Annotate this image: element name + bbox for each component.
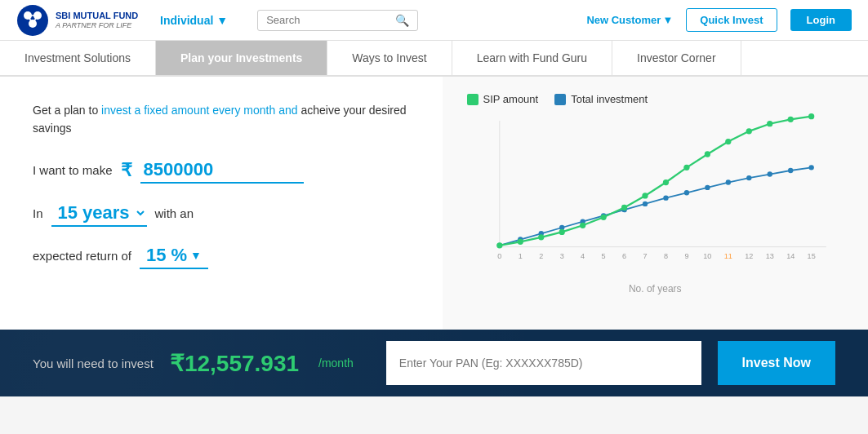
years-row: In 5 years 10 years 15 years 20 years 25…	[33, 200, 410, 227]
svg-point-26	[517, 239, 523, 245]
invest-amount: ₹12,557.931	[170, 350, 299, 377]
header: SBI MUTUAL FUND A PARTNER FOR LIFE Indiv…	[0, 0, 868, 41]
svg-text:5: 5	[601, 252, 605, 260]
svg-point-24	[808, 165, 813, 170]
svg-point-35	[704, 151, 710, 157]
amount-input[interactable]	[140, 157, 304, 184]
new-customer-label: New Customer	[586, 14, 661, 26]
chart-container: 0 1 2 3 4 5 6 7 8 9 10 11 12 13 14 15 No…	[467, 113, 844, 313]
svg-text:9: 9	[684, 252, 688, 260]
return-row: expected return of 15 % ▼	[33, 243, 410, 269]
svg-text:3: 3	[559, 252, 563, 260]
svg-text:6: 6	[622, 252, 626, 260]
svg-point-18	[683, 190, 688, 195]
legend-dot-total	[554, 94, 566, 105]
nav-item-learn-fund-guru[interactable]: Learn with Fund Guru	[452, 41, 612, 75]
logo-subtitle: A PARTNER FOR LIFE	[56, 21, 138, 29]
svg-point-31	[621, 205, 626, 210]
svg-text:1: 1	[518, 252, 522, 260]
return-label: expected return of	[33, 249, 131, 263]
years-select[interactable]: 5 years 10 years 15 years 20 years 25 ye…	[51, 200, 147, 227]
legend-sip-label: SIP amount	[483, 93, 539, 105]
logo-area: SBI MUTUAL FUND A PARTNER FOR LIFE	[16, 4, 147, 37]
pan-input[interactable]	[386, 341, 701, 385]
legend-dot-sip	[467, 94, 479, 105]
legend-sip: SIP amount	[467, 93, 539, 105]
nav-item-ways-to-invest[interactable]: Ways to Invest	[327, 41, 452, 75]
svg-point-20	[725, 179, 730, 184]
return-value-dropdown[interactable]: 15 % ▼	[140, 243, 208, 269]
search-icon: 🔍	[395, 14, 409, 27]
return-chevron: ▼	[190, 249, 202, 262]
new-customer-arrow: ▼	[662, 14, 673, 26]
nav-bar: Investment Solutions Plan your Investmen…	[0, 41, 868, 77]
logo-title: SBI MUTUAL FUND	[56, 11, 138, 21]
svg-point-16	[642, 202, 647, 206]
chart-legend: SIP amount Total investment	[467, 93, 844, 105]
svg-point-37	[746, 128, 751, 134]
svg-point-34	[683, 165, 689, 170]
svg-text:2: 2	[539, 252, 543, 260]
description-text: Get a plan to invest a fixed amount ever…	[33, 101, 410, 138]
description-highlight: invest a fixed amount every month and	[101, 104, 297, 117]
new-customer-link[interactable]: New Customer ▼	[586, 14, 673, 26]
search-bar: 🔍	[257, 10, 418, 31]
chart-svg: 0 1 2 3 4 5 6 7 8 9 10 11 12 13 14 15	[467, 113, 844, 277]
rupee-symbol: ₹	[121, 160, 132, 181]
svg-text:14: 14	[786, 252, 795, 260]
return-percent: 15 %	[146, 245, 187, 266]
svg-text:15: 15	[807, 252, 815, 260]
logo-text-block: SBI MUTUAL FUND A PARTNER FOR LIFE	[56, 11, 138, 29]
svg-text:12: 12	[745, 252, 753, 260]
svg-point-30	[600, 215, 606, 220]
individual-dropdown[interactable]: Individual ▼	[160, 14, 228, 27]
nav-item-investment-solutions[interactable]: Investment Solutions	[0, 41, 156, 75]
svg-point-39	[787, 117, 793, 122]
svg-text:10: 10	[703, 252, 711, 260]
svg-text:11: 11	[723, 252, 732, 260]
svg-point-23	[788, 168, 793, 173]
invest-label: You will need to invest	[33, 356, 154, 370]
quick-invest-button[interactable]: Quick Invest	[686, 8, 777, 32]
want-label: I want to make	[33, 163, 113, 177]
svg-point-17	[663, 195, 668, 200]
right-panel: SIP amount Total investment	[443, 77, 869, 330]
svg-text:8: 8	[663, 252, 667, 260]
svg-point-22	[767, 171, 772, 176]
svg-point-21	[746, 175, 751, 180]
individual-chevron: ▼	[216, 14, 228, 27]
svg-text:0: 0	[497, 252, 501, 260]
with-an-label: with an	[155, 206, 194, 220]
svg-point-19	[705, 185, 710, 190]
chart-axis-label: No. of years	[467, 283, 844, 294]
svg-point-27	[538, 234, 544, 240]
svg-text:7: 7	[643, 252, 647, 260]
svg-point-32	[642, 193, 648, 198]
bottom-panel: You will need to invest ₹12,557.931 /mon…	[0, 330, 868, 396]
main-content: Get a plan to invest a fixed amount ever…	[0, 77, 868, 330]
per-month-label: /month	[318, 356, 354, 370]
amount-row: I want to make ₹	[33, 157, 410, 184]
legend-total: Total investment	[554, 93, 648, 105]
svg-point-36	[725, 139, 731, 144]
svg-point-28	[559, 229, 564, 235]
search-input[interactable]	[266, 14, 395, 26]
nav-item-plan-investments[interactable]: Plan your Investments	[156, 41, 327, 75]
logo-icon	[16, 4, 49, 37]
login-button[interactable]: Login	[790, 9, 852, 31]
individual-label: Individual	[160, 14, 213, 27]
svg-point-38	[767, 121, 772, 126]
invest-now-button[interactable]: Invest Now	[718, 341, 835, 385]
left-panel: Get a plan to invest a fixed amount ever…	[0, 77, 443, 330]
legend-total-label: Total investment	[571, 93, 648, 105]
svg-point-33	[662, 179, 668, 185]
nav-item-investor-corner[interactable]: Investor Corner	[612, 41, 741, 75]
svg-point-25	[496, 242, 502, 248]
svg-point-29	[580, 223, 585, 228]
svg-text:13: 13	[765, 252, 773, 260]
svg-text:4: 4	[581, 252, 585, 260]
svg-point-40	[808, 113, 814, 119]
in-label: In	[33, 206, 43, 220]
